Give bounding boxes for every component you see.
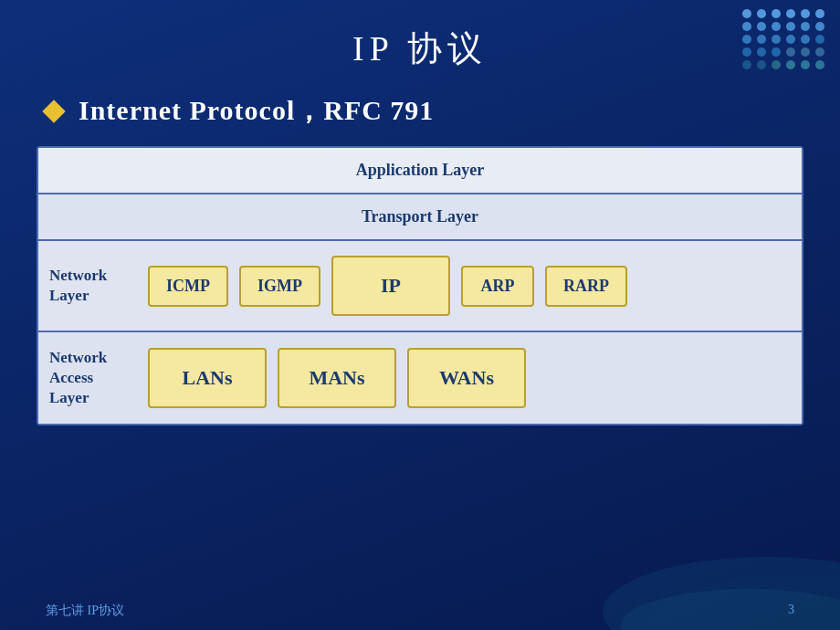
app-layer-label: Application Layer — [38, 148, 802, 193]
dot — [757, 22, 766, 31]
access-layer-label: NetworkAccessLayer — [38, 339, 148, 417]
wans-box: WANs — [407, 348, 526, 408]
dot — [757, 9, 766, 18]
dot — [742, 9, 751, 18]
dot — [801, 9, 810, 18]
network-layer-label: NetworkLayer — [38, 257, 148, 315]
slide-title: IP 协议 — [0, 0, 840, 72]
footer: 第七讲 IP协议 3 — [0, 603, 840, 619]
igmp-box: IGMP — [239, 266, 320, 307]
dot — [801, 22, 810, 31]
app-layer-row: Application Layer — [38, 148, 802, 194]
network-layer-row: NetworkLayer ICMP IGMP IP ARP RARP — [38, 241, 802, 332]
lans-box: LANs — [148, 348, 267, 408]
access-layer-items: LANs MANs WANs — [148, 337, 802, 419]
dot — [742, 47, 751, 57]
dot — [757, 60, 766, 69]
dot — [786, 60, 795, 69]
dot — [801, 60, 810, 69]
dot — [742, 60, 751, 69]
dot — [815, 47, 824, 57]
rarp-box: RARP — [545, 266, 627, 307]
dot — [757, 47, 766, 57]
mans-box: MANs — [278, 348, 396, 408]
dots-decoration — [742, 9, 826, 69]
bullet-diamond — [42, 100, 65, 122]
slide: IP 协议 Internet Protocol，RFC 791 Applicat… — [0, 0, 840, 630]
ip-box: IP — [331, 256, 450, 316]
dot — [786, 9, 795, 18]
dot — [772, 60, 781, 69]
dot — [786, 47, 795, 57]
bullet-text: Internet Protocol，RFC 791 — [79, 92, 434, 130]
dot — [742, 22, 751, 31]
protocol-diagram: Application Layer Transport Layer Networ… — [37, 146, 803, 425]
dot — [772, 47, 781, 57]
footer-right: 3 — [788, 603, 794, 619]
arp-box: ARP — [461, 266, 534, 307]
dot — [815, 35, 824, 44]
dot — [815, 22, 824, 31]
dot — [742, 35, 751, 44]
footer-left: 第七讲 IP协议 — [46, 603, 124, 619]
dot — [815, 60, 824, 69]
icmp-box: ICMP — [148, 266, 228, 307]
dot — [772, 9, 781, 18]
dot — [772, 22, 781, 31]
bullet-section: Internet Protocol，RFC 791 — [0, 92, 840, 130]
dot — [786, 22, 795, 31]
dot — [801, 47, 810, 57]
transport-layer-row: Transport Layer — [38, 194, 802, 241]
dot — [786, 35, 795, 44]
network-layer-items: ICMP IGMP IP ARP RARP — [148, 245, 802, 327]
dot — [757, 35, 766, 44]
dot — [772, 35, 781, 44]
dot — [801, 35, 810, 44]
transport-layer-label: Transport Layer — [38, 194, 802, 239]
access-layer-row: NetworkAccessLayer LANs MANs WANs — [38, 332, 802, 424]
dot — [815, 9, 824, 18]
